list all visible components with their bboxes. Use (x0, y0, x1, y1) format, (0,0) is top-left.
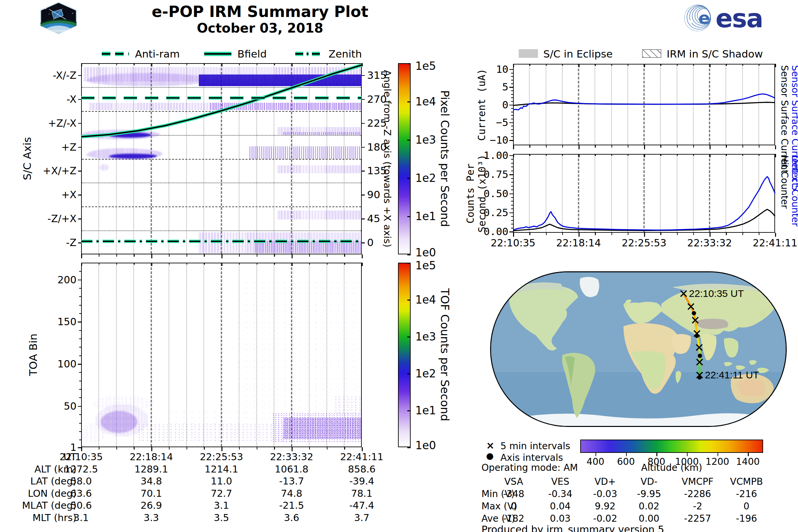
x-tick (759, 145, 760, 148)
angle-tick-label: 90 (367, 189, 380, 201)
toa-scatter-region (81, 423, 107, 443)
table-cell: 1272.5 (64, 463, 98, 475)
colorbar-tick (407, 337, 411, 338)
x-tick (742, 233, 743, 235)
x-tick (222, 263, 223, 266)
x-tick (169, 254, 170, 257)
x-tick (187, 254, 188, 257)
y-minor-tick (79, 381, 81, 381)
x-tick (309, 263, 310, 265)
altitude-tick (657, 453, 657, 456)
y-tick (78, 99, 81, 100)
colorbar-tick-label: 1e5 (415, 259, 436, 272)
toa-scatter-region (334, 396, 362, 414)
y-minor-tick (79, 288, 81, 289)
legend-label: Anti-ram (135, 48, 180, 60)
legend-label: IRM in S/C Shadow (667, 48, 763, 60)
x-tick (187, 447, 188, 450)
y-tick (78, 242, 81, 243)
sc-axis-category-label: +Z/-X (48, 117, 76, 129)
voltage-column-header: VSA (505, 476, 524, 487)
axis-interval-marker (698, 375, 702, 380)
bfield-line (81, 65, 362, 137)
tof-counts-colorbar (398, 263, 411, 447)
x-tick (726, 145, 727, 148)
y-minor-tick (79, 423, 81, 424)
angle-tick-label: 225 (367, 117, 387, 129)
esa-logo: e esa (684, 4, 793, 32)
hit-counter-label: Hit Counter (779, 155, 790, 209)
table-cell: 63.6 (71, 488, 92, 499)
y-tick-label: −5 (496, 116, 508, 128)
sc-axis-category-label: +X (61, 189, 76, 201)
x-tick (239, 447, 240, 450)
voltage-cell: -2257 (684, 513, 711, 524)
anti-ram-legend-sample (101, 51, 130, 57)
x-tick (759, 233, 760, 235)
x-tick (578, 233, 580, 237)
x-tick (291, 263, 292, 266)
track-time-label: 22:10:35 UT (689, 288, 744, 299)
x-tick (204, 263, 205, 265)
x-tick (99, 263, 100, 265)
voltage-cell: -2286 (684, 489, 711, 499)
altitude-tick-label: 1200 (706, 456, 729, 467)
hatch-swatch (642, 49, 661, 58)
x-tick (222, 254, 223, 258)
x-tick (257, 254, 258, 257)
table-cell: -47.4 (349, 500, 374, 511)
y-minor-tick (79, 305, 81, 306)
x-tick (151, 447, 152, 451)
table-cell: 3.1 (214, 500, 229, 511)
sc-axis-category-label: -Z/+X (48, 213, 76, 225)
x-tick (709, 145, 710, 149)
table-cell: 50.6 (71, 500, 92, 511)
angle-tick-label: 135 (367, 165, 387, 176)
y-tick-label: 0.50 (483, 188, 508, 200)
colorbar-tick (407, 101, 411, 102)
series-detect-counter (513, 176, 775, 230)
colorbar-tick (407, 178, 411, 179)
altitude-tick-label: 800 (647, 456, 665, 467)
pixel-counts-colorbar-label: Pixel Counts per Second (438, 90, 452, 227)
colorbar-tick-label: 1e4 (415, 293, 436, 306)
x-tick (578, 145, 580, 149)
sc-axis-ylabel: S/C Axis (21, 137, 34, 180)
table-cell: -13.7 (279, 475, 304, 487)
x-tick (116, 447, 117, 450)
altitude-tick-label: 1000 (675, 456, 699, 467)
x-tick (116, 263, 117, 265)
toa-scatter-region (92, 396, 154, 411)
sc-axis-category-label: +X/+Z (43, 165, 76, 176)
x-tick (562, 233, 563, 235)
y-minor-tick (79, 364, 81, 364)
x-tick (709, 233, 710, 237)
y-minor-tick (79, 414, 81, 415)
x-tick (257, 263, 258, 265)
x-tick (151, 254, 152, 258)
detect-counter-label: Detect Counter (790, 155, 798, 226)
colorbar-tick-label: 1e3 (415, 330, 436, 343)
x-tick (693, 145, 694, 148)
zenith-legend-sample (294, 51, 323, 57)
voltage-cell: -348 (503, 489, 524, 499)
x-tick (99, 447, 100, 450)
x-tick (99, 254, 100, 257)
y-tick-label: 0 (502, 99, 508, 111)
y-minor-tick (79, 356, 81, 356)
eclipse-legend: S/C in EclipseIRM in S/C Shadow (499, 46, 791, 61)
axis-intervals-label: Axis intervals (500, 452, 563, 463)
y-tick (362, 242, 365, 243)
esa-globe-icon: e esa (684, 4, 793, 32)
colorbar-tick (407, 140, 411, 141)
voltage-column-header: VCMPB (730, 476, 763, 487)
x-tick (204, 254, 205, 257)
series-sensor-surface-current-x-5 (513, 94, 775, 110)
ground-track-map: 22:10:35 UT22:41:11 UT (490, 271, 787, 427)
y-tick (362, 123, 365, 124)
table-cell: -39.4 (349, 475, 374, 487)
axis-interval-marker (695, 334, 699, 338)
y-tick-label: 5 (502, 81, 508, 93)
y-tick (362, 171, 365, 172)
toa-scatter-region (101, 411, 137, 433)
